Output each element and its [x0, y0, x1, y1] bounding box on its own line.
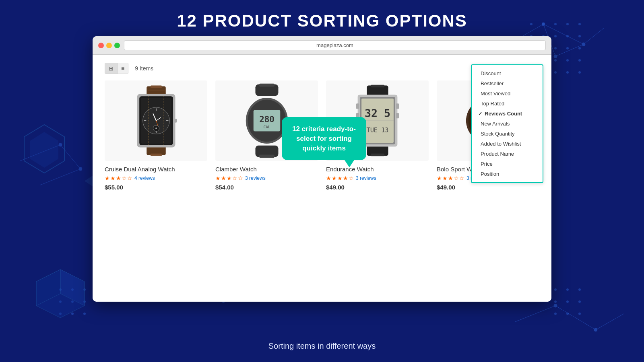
- sort-option-bestseller[interactable]: Bestseller: [472, 78, 543, 88]
- items-count: 9 Items: [135, 65, 153, 72]
- svg-rect-112: [356, 103, 359, 109]
- svg-point-30: [83, 300, 86, 303]
- svg-point-50: [582, 43, 585, 46]
- svg-point-25: [59, 288, 62, 291]
- svg-rect-95: [259, 155, 275, 158]
- maximize-button[interactable]: [114, 43, 120, 48]
- svg-point-14: [578, 47, 581, 49]
- product-image: [105, 80, 207, 161]
- tooltip-bubble: 12 criteria ready-to-select for sorting …: [282, 117, 366, 160]
- svg-marker-65: [36, 269, 60, 306]
- svg-marker-66: [60, 269, 85, 306]
- browser-chrome: mageplaza.com: [93, 36, 551, 55]
- svg-point-41: [566, 313, 569, 315]
- product-card: Cruise Dual Analog Watch ★★★☆☆ 4 reviews…: [105, 80, 207, 191]
- svg-point-55: [554, 304, 557, 307]
- svg-point-35: [566, 288, 569, 291]
- bottom-subtitle: Sorting items in different ways: [0, 341, 644, 351]
- svg-point-51: [554, 55, 557, 58]
- svg-point-37: [554, 300, 557, 303]
- product-name: Clamber Watch: [215, 166, 318, 173]
- svg-rect-73: [150, 154, 162, 156]
- sort-option-top-rated[interactable]: Top Rated: [472, 99, 543, 109]
- svg-line-53: [555, 306, 596, 330]
- product-price: $55.00: [105, 184, 207, 191]
- product-price: $49.00: [326, 184, 429, 191]
- svg-marker-63: [30, 132, 58, 168]
- svg-point-31: [59, 313, 62, 315]
- svg-point-36: [578, 288, 581, 291]
- sort-option-price[interactable]: Price: [472, 159, 543, 169]
- sort-option-stock-quantity[interactable]: Stock Quantity: [472, 129, 543, 139]
- star-rating: ★★★☆☆: [437, 175, 465, 181]
- reviews-count[interactable]: 4 reviews: [134, 175, 155, 181]
- svg-point-60: [59, 143, 62, 146]
- svg-point-7: [554, 35, 557, 37]
- svg-point-13: [566, 47, 569, 49]
- star-rating: ★★★☆☆: [215, 175, 244, 181]
- svg-point-42: [578, 313, 581, 315]
- svg-point-32: [71, 313, 74, 315]
- star-rating: ★★★★☆: [326, 175, 354, 181]
- svg-text:TUE 13: TUE 13: [366, 127, 388, 134]
- svg-point-22: [554, 71, 557, 74]
- svg-point-9: [578, 35, 581, 37]
- svg-rect-89: [174, 119, 177, 123]
- svg-point-17: [554, 59, 557, 62]
- svg-line-46: [584, 28, 604, 44]
- sort-option-discount[interactable]: Discount: [472, 68, 543, 78]
- svg-rect-71: [150, 86, 162, 88]
- svg-text:32 5: 32 5: [364, 107, 390, 119]
- grid-view-button[interactable]: ⊞: [105, 63, 118, 74]
- sort-option-new-arrivals[interactable]: New Arrivals: [472, 119, 543, 129]
- svg-point-33: [83, 313, 86, 315]
- toolbar: ⊞ ≡ 9 Items Sort By Discount Bestseller: [105, 63, 539, 74]
- svg-point-19: [578, 59, 581, 62]
- svg-line-58: [60, 145, 80, 169]
- svg-point-34: [554, 288, 557, 291]
- address-bar[interactable]: mageplaza.com: [124, 40, 546, 50]
- product-name: Cruise Dual Analog Watch: [105, 166, 207, 173]
- svg-marker-62: [24, 125, 64, 173]
- sort-option-reviews-count[interactable]: ✓ Reviews Count: [472, 109, 543, 119]
- svg-point-28: [59, 300, 62, 303]
- svg-point-29: [71, 300, 74, 303]
- svg-line-52: [515, 306, 555, 322]
- svg-point-18: [566, 59, 569, 62]
- svg-line-59: [40, 169, 80, 185]
- minimize-button[interactable]: [106, 43, 112, 48]
- svg-point-27: [83, 288, 86, 291]
- svg-point-39: [578, 300, 581, 303]
- svg-marker-64: [36, 269, 85, 318]
- sort-option-product-name[interactable]: Product Name: [472, 149, 543, 159]
- svg-line-48: [555, 44, 584, 56]
- stars-row: ★★★☆☆ 4 reviews: [105, 175, 207, 181]
- traffic-lights: [98, 43, 120, 48]
- svg-line-57: [20, 145, 60, 161]
- svg-rect-114: [396, 103, 399, 109]
- sort-option-position[interactable]: Position: [472, 169, 543, 179]
- sort-option-most-viewed[interactable]: Most Viewed: [472, 88, 543, 99]
- product-name: Endurance Watch: [326, 166, 429, 173]
- list-view-button[interactable]: ≡: [118, 63, 128, 74]
- sort-option-added-to-wishlist[interactable]: Added to Wishlist: [472, 139, 543, 149]
- browser-content: ⊞ ≡ 9 Items Sort By Discount Bestseller: [93, 55, 551, 302]
- close-button[interactable]: [98, 43, 104, 48]
- reviews-count[interactable]: 3 reviews: [245, 175, 266, 181]
- svg-point-56: [594, 328, 597, 331]
- svg-rect-115: [396, 113, 399, 118]
- svg-point-38: [566, 300, 569, 303]
- view-toggle: ⊞ ≡: [105, 63, 128, 74]
- product-price: $54.00: [215, 184, 318, 191]
- svg-point-8: [566, 35, 569, 37]
- browser-window: mageplaza.com ⊞ ≡ 9 Items Sort By Discou…: [93, 36, 551, 302]
- reviews-count[interactable]: 3 reviews: [356, 175, 376, 181]
- star-rating: ★★★☆☆: [105, 175, 133, 181]
- svg-point-24: [578, 71, 581, 74]
- svg-text:280: 280: [259, 115, 275, 124]
- svg-point-26: [71, 288, 74, 291]
- svg-point-12: [554, 47, 557, 49]
- sort-area: Sort By Discount Bestseller: [518, 65, 539, 72]
- svg-point-88: [155, 128, 157, 129]
- sort-dropdown-menu[interactable]: Discount Bestseller Most Viewed Top: [471, 64, 543, 183]
